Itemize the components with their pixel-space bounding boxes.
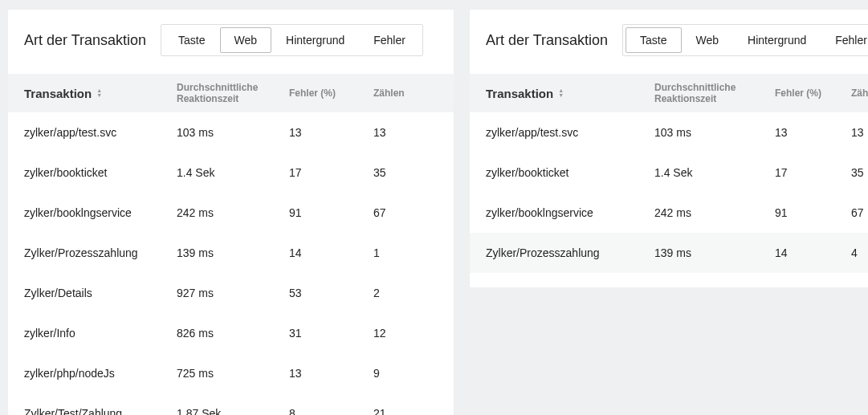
cell-error: 91 [775,206,851,219]
cell-count: 35 [851,166,868,179]
table-row[interactable]: zylker/app/test.svc103 ms1313 [486,112,868,153]
cell-error: 13 [289,367,373,380]
cell-avg-response: 1.87 Sek [177,407,289,415]
cell-error: 13 [289,126,373,139]
cell-avg-response: 139 ms [177,246,289,259]
cell-count: 35 [373,166,438,179]
transaction-type-tabs: Taste Web Hintergrund Fehler [622,24,868,56]
col-transaction[interactable]: Transaktion ▲▼ [486,87,654,100]
cell-transaction: zylker/app/test.svc [24,126,177,139]
cell-transaction: zylker/php/nodeJs [24,367,177,380]
tab-hintergrund[interactable]: Hintergrund [271,27,359,53]
cell-transaction: zylker/booklngservice [24,206,177,219]
app-canvas: Art der Transaktion Taste Web Hintergrun… [0,0,868,415]
cell-avg-response: 103 ms [654,126,775,139]
table-row[interactable]: Zylker/Prozesszahlung139 ms141 [24,233,438,273]
tab-fehler[interactable]: Fehler [821,27,868,53]
cell-transaction: zylker/booklngservice [486,206,654,219]
cell-count: 4 [851,246,868,259]
cell-count: 2 [373,287,438,299]
cell-transaction: zylker/Info [24,327,177,340]
cell-avg-response: 1.4 Sek [654,166,775,179]
cell-error: 17 [289,166,373,179]
cell-error: 53 [289,287,373,299]
cell-avg-response: 139 ms [654,246,775,259]
table-row[interactable]: zylker/php/nodeJs725 ms139 [24,353,438,393]
table-row[interactable]: Zylker/Details927 ms532 [24,273,438,313]
table-body-right: zylker/app/test.svc103 ms1313zylker/book… [470,112,868,287]
col-error[interactable]: Fehler (%) [775,87,851,99]
transaction-type-label: Art der Transaktion [486,32,608,49]
table-body-left: zylker/app/test.svc103 ms1313zylker/book… [8,112,454,415]
cell-transaction: Zylker/Test/Zahlung [24,407,177,415]
panel-left: Art der Transaktion Taste Web Hintergrun… [8,10,454,415]
col-transaction-label: Transaktion [24,87,92,100]
cell-count: 67 [851,206,868,219]
col-transaction-label: Transaktion [486,87,553,100]
cell-count: 13 [851,126,868,139]
cell-error: 91 [289,206,373,219]
table-header: Transaktion ▲▼ Durchschnittliche Reaktio… [8,74,454,112]
cell-count: 67 [373,206,438,219]
table-header: Transaktion ▲▼ Durchschnittliche Reaktio… [470,74,868,112]
cell-transaction: Zylker/Prozesszahlung [486,246,654,259]
cell-avg-response: 1.4 Sek [177,166,289,179]
table-row[interactable]: zylker/bookticket1.4 Sek1735 [24,153,438,193]
cell-error: 17 [775,166,851,179]
table-row[interactable]: Zylker/Test/Zahlung1.87 Sek821 [24,393,438,415]
sort-icon: ▲▼ [96,88,102,98]
col-count[interactable]: Zählen [373,87,438,99]
tab-web[interactable]: Web [220,27,272,53]
cell-transaction: zylker/app/test.svc [486,126,654,139]
cell-count: 12 [373,327,438,340]
cell-count: 1 [373,246,438,259]
col-avg-response[interactable]: Durchschnittliche Reaktionszeit [177,82,289,104]
table-row[interactable]: zylker/booklngservice242 ms9167 [486,193,868,233]
cell-count: 9 [373,367,438,380]
col-avg-response[interactable]: Durchschnittliche Reaktionszeit [654,82,775,104]
cell-error: 13 [775,126,851,139]
cell-error: 14 [775,246,851,259]
table-row[interactable]: Zylker/Prozesszahlung139 ms144 [470,233,868,273]
cell-avg-response: 242 ms [177,206,289,219]
cell-transaction: zylker/bookticket [24,166,177,179]
panel-right: Art der Transaktion Taste Web Hintergrun… [470,10,868,287]
cell-count: 21 [373,407,438,415]
table-row[interactable]: zylker/app/test.svc103 ms1313 [24,112,438,153]
cell-transaction: zylker/bookticket [486,166,654,179]
cell-avg-response: 242 ms [654,206,775,219]
col-count[interactable]: Zählen [851,87,868,99]
cell-error: 31 [289,327,373,340]
sort-icon: ▲▼ [558,88,564,98]
cell-avg-response: 103 ms [177,126,289,139]
col-error[interactable]: Fehler (%) [289,87,373,99]
cell-error: 8 [289,407,373,415]
panel-left-header: Art der Transaktion Taste Web Hintergrun… [8,10,454,74]
tab-taste[interactable]: Taste [164,27,219,53]
cell-error: 14 [289,246,373,259]
cell-transaction: Zylker/Details [24,287,177,299]
tab-web[interactable]: Web [682,27,734,53]
table-row[interactable]: zylker/bookticket1.4 Sek1735 [486,153,868,193]
tab-hintergrund[interactable]: Hintergrund [733,27,821,53]
table-row[interactable]: zylker/booklngservice242 ms9167 [24,193,438,233]
tab-taste[interactable]: Taste [626,27,681,53]
col-transaction[interactable]: Transaktion ▲▼ [24,87,177,100]
table-row[interactable]: zylker/Info826 ms3112 [24,313,438,353]
tab-fehler[interactable]: Fehler [359,27,420,53]
panel-right-header: Art der Transaktion Taste Web Hintergrun… [470,10,868,74]
cell-avg-response: 826 ms [177,327,289,340]
cell-avg-response: 927 ms [177,287,289,299]
cell-transaction: Zylker/Prozesszahlung [24,246,177,259]
transaction-type-label: Art der Transaktion [24,32,146,49]
cell-count: 13 [373,126,438,139]
cell-avg-response: 725 ms [177,367,289,380]
transaction-type-tabs: Taste Web Hintergrund Fehler [161,24,423,56]
